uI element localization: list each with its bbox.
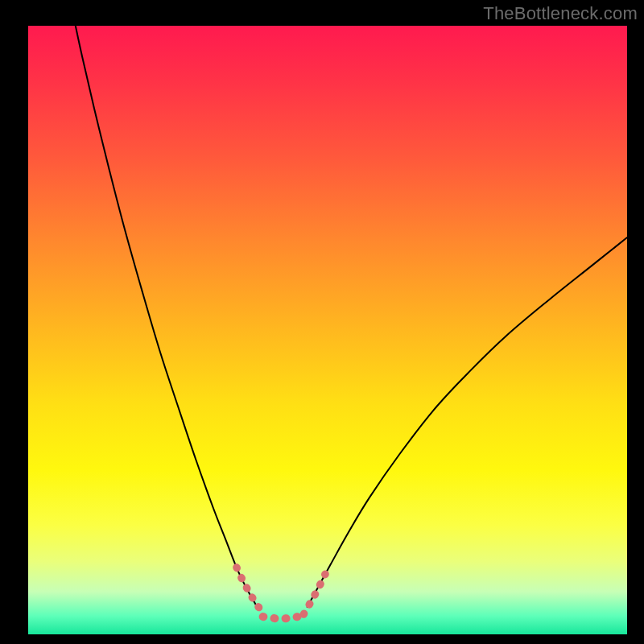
watermark-text: TheBottleneck.com [483, 3, 638, 24]
series-curve-left [76, 26, 258, 608]
series-marker-bottom-dots [263, 617, 298, 618]
chart-svg [0, 0, 644, 644]
series-curve-right [308, 237, 627, 607]
series-marker-left-dots [237, 568, 264, 613]
chart-stage: TheBottleneck.com [0, 0, 644, 644]
